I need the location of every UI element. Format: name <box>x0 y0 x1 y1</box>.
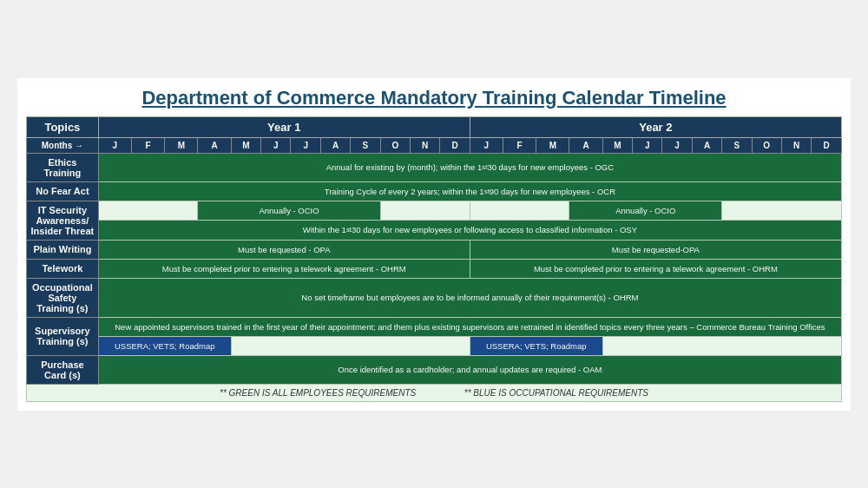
page-title: Department of Commerce Mandatory Trainin… <box>26 87 842 109</box>
bar-cell: Must be completed prior to entering a te… <box>98 259 470 278</box>
month-cell-23: D <box>812 137 842 153</box>
month-cell-8: S <box>351 137 380 153</box>
month-cell-2: M <box>165 137 198 153</box>
table-row: PurchaseCard (s)Once identified as a car… <box>27 355 842 384</box>
bar-cell: Training Cycle of every 2 years; within … <box>98 181 841 201</box>
bar-cell: No set timeframe but employees are to be… <box>98 278 841 317</box>
bar-cell: Must be requested - OPA <box>98 240 470 259</box>
empty-cell <box>98 201 198 221</box>
month-cell-13: F <box>503 137 536 153</box>
month-cell-11: D <box>440 137 470 153</box>
month-cell-6: J <box>291 137 320 153</box>
table-row: IT SecurityAwareness/Insider ThreatAnnua… <box>27 201 842 221</box>
bar-cell: Annual for existing by (month); within t… <box>98 153 841 181</box>
topic-cell: IT SecurityAwareness/Insider Threat <box>27 201 99 240</box>
month-cell-5: J <box>261 137 291 153</box>
bar-cell: Once identified as a cardholder; and ann… <box>98 355 841 384</box>
month-cell-15: A <box>569 137 602 153</box>
table-row: TeleworkMust be completed prior to enter… <box>27 259 842 278</box>
topics-header: Topics <box>27 116 99 137</box>
topic-cell: Ethics Training <box>27 153 99 181</box>
bar-cell: Within the 1st 30 days for new employees… <box>98 221 841 241</box>
months-label: Months → <box>27 137 99 153</box>
table-row: Ethics TrainingAnnual for existing by (m… <box>27 153 842 181</box>
footer-text: ** GREEN IS ALL EMPLOYEES REQUIREMENTS *… <box>27 384 842 401</box>
empty-cell <box>470 201 569 221</box>
main-container: Department of Commerce Mandatory Trainin… <box>17 78 851 411</box>
empty-cell <box>380 201 470 221</box>
topic-cell: Telework <box>27 259 99 278</box>
month-cell-3: A <box>198 137 231 153</box>
month-cell-1: F <box>132 137 165 153</box>
empty-cell <box>722 201 842 221</box>
bar-cell: USSERA; VETS; Roadmap <box>470 336 602 355</box>
table-row: SupervisoryTraining (s)New appointed sup… <box>27 317 842 336</box>
bar-cell: USSERA; VETS; Roadmap <box>98 336 231 355</box>
calendar-table: TopicsYear 1Year 2Months →JFMAMJJASONDJF… <box>26 116 842 402</box>
bar-cell: Must be completed prior to entering a te… <box>470 259 841 278</box>
footer-row: ** GREEN IS ALL EMPLOYEES REQUIREMENTS *… <box>27 384 842 401</box>
month-cell-14: M <box>536 137 569 153</box>
month-cell-9: O <box>380 137 410 153</box>
topic-cell: Plain Writing <box>27 240 99 259</box>
bar-cell: Annually - OCIO <box>569 201 722 221</box>
footer-left: ** GREEN IS ALL EMPLOYEES REQUIREMENTS <box>220 388 416 398</box>
month-cell-7: A <box>320 137 350 153</box>
month-cell-0: J <box>98 137 131 153</box>
month-cell-16: M <box>602 137 632 153</box>
bar-cell: New appointed supervisors trained in the… <box>98 317 841 336</box>
empty-cell <box>602 336 841 355</box>
topic-cell: SupervisoryTraining (s) <box>27 317 99 355</box>
year2-header: Year 2 <box>470 116 841 137</box>
month-cell-22: N <box>781 137 811 153</box>
empty-cell <box>231 336 470 355</box>
month-cell-12: J <box>470 137 503 153</box>
table-row: Within the 1st 30 days for new employees… <box>27 221 842 241</box>
footer-right: ** BLUE IS OCCUPATIONAL REQUIREMENTS <box>464 388 648 398</box>
table-row: Plain WritingMust be requested - OPAMust… <box>27 240 842 259</box>
month-cell-20: S <box>722 137 752 153</box>
year1-header: Year 1 <box>98 116 470 137</box>
month-cell-21: O <box>752 137 781 153</box>
month-cell-10: N <box>410 137 439 153</box>
table-row: OccupationalSafetyTraining (s)No set tim… <box>27 278 842 317</box>
bar-cell: Annually - OCIO <box>198 201 380 221</box>
table-row: No Fear ActTraining Cycle of every 2 yea… <box>27 181 842 201</box>
month-cell-19: A <box>692 137 721 153</box>
topic-cell: PurchaseCard (s) <box>27 355 99 384</box>
month-cell-4: M <box>231 137 260 153</box>
month-cell-17: J <box>633 137 662 153</box>
table-row: USSERA; VETS; RoadmapUSSERA; VETS; Roadm… <box>27 336 842 355</box>
topic-cell: No Fear Act <box>27 181 99 201</box>
bar-cell: Must be requested-OPA <box>470 240 841 259</box>
topic-cell: OccupationalSafetyTraining (s) <box>27 278 99 317</box>
month-cell-18: J <box>662 137 692 153</box>
